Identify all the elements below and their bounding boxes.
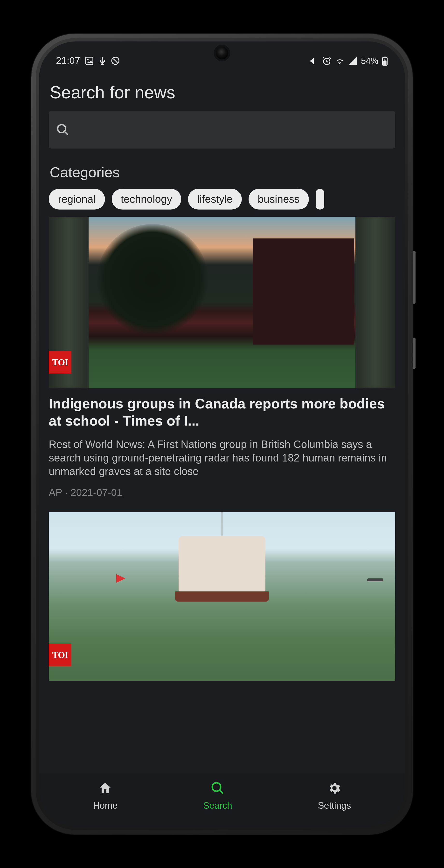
chip-overflow[interactable] bbox=[316, 189, 324, 210]
category-chips[interactable]: regional technology lifestyle business bbox=[49, 189, 395, 210]
nav-search[interactable]: Search bbox=[203, 781, 232, 811]
news-feed[interactable]: TOI Indigenous groups in Canada reports … bbox=[49, 217, 395, 774]
article-meta: AP · 2021-07-01 bbox=[49, 487, 395, 498]
nav-settings[interactable]: Settings bbox=[318, 781, 351, 811]
article-card[interactable]: TOI Indigenous groups in Canada reports … bbox=[49, 217, 395, 498]
svg-rect-0 bbox=[86, 57, 93, 64]
chip-lifestyle[interactable]: lifestyle bbox=[188, 189, 242, 210]
svg-point-7 bbox=[58, 125, 66, 133]
article-description: Rest of World News: A First Nations grou… bbox=[49, 438, 395, 478]
chip-regional[interactable]: regional bbox=[49, 189, 105, 210]
search-icon bbox=[56, 123, 69, 136]
article-image: TOI bbox=[49, 217, 395, 388]
page-title: Search for news bbox=[49, 83, 395, 102]
source-badge: TOI bbox=[49, 644, 71, 666]
nav-search-label: Search bbox=[203, 801, 232, 811]
front-camera bbox=[216, 47, 228, 59]
gear-icon bbox=[327, 781, 342, 798]
chip-technology[interactable]: technology bbox=[112, 189, 181, 210]
side-button-volume bbox=[413, 251, 416, 304]
categories-label: Categories bbox=[49, 164, 395, 181]
nav-home-label: Home bbox=[93, 801, 117, 811]
article-title: Indigenous groups in Canada reports more… bbox=[49, 395, 395, 429]
search-input[interactable] bbox=[75, 111, 388, 149]
svg-rect-6 bbox=[383, 61, 386, 65]
status-time: 21:07 bbox=[56, 55, 80, 66]
bottom-nav: Home Search Settings bbox=[39, 774, 405, 827]
nav-settings-label: Settings bbox=[318, 801, 351, 811]
article-image: TOI bbox=[49, 512, 395, 681]
sync-off-icon bbox=[111, 56, 120, 66]
alarm-icon bbox=[322, 56, 331, 66]
wifi-icon bbox=[335, 56, 345, 66]
phone-frame: 21:07 bbox=[31, 34, 413, 834]
chip-business[interactable]: business bbox=[248, 189, 309, 210]
home-icon bbox=[98, 781, 113, 798]
nav-home[interactable]: Home bbox=[93, 781, 117, 811]
mute-icon bbox=[309, 56, 319, 66]
signal-icon bbox=[348, 56, 358, 66]
article-card[interactable]: TOI bbox=[49, 512, 395, 681]
screen: 21:07 bbox=[39, 41, 405, 827]
search-box[interactable] bbox=[49, 111, 395, 149]
search-icon bbox=[210, 781, 225, 798]
battery-icon bbox=[382, 56, 388, 66]
usb-icon bbox=[97, 56, 107, 66]
battery-percent: 54% bbox=[361, 56, 378, 66]
svg-rect-5 bbox=[384, 57, 386, 58]
image-icon bbox=[85, 56, 94, 66]
svg-point-8 bbox=[212, 783, 221, 791]
side-button-power bbox=[413, 338, 416, 369]
page-content[interactable]: Search for news Categories regional tech… bbox=[39, 68, 405, 774]
svg-point-1 bbox=[87, 59, 89, 60]
source-badge: TOI bbox=[49, 351, 71, 373]
